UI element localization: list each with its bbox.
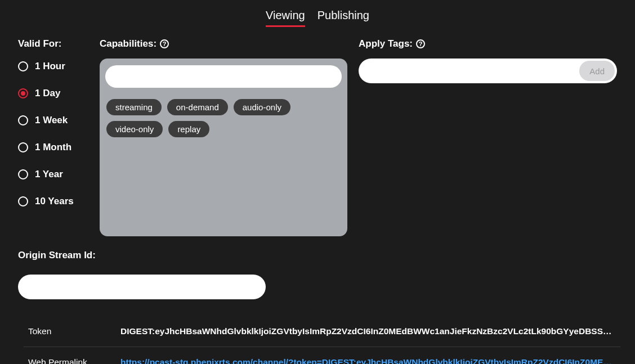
valid-for-label: Valid For: — [18, 38, 88, 50]
radio-valid-for[interactable]: 1 Month — [18, 142, 88, 153]
radio-icon — [18, 88, 28, 98]
origin-stream-label: Origin Stream Id: — [18, 250, 617, 261]
radio-label: 1 Hour — [35, 61, 65, 72]
capability-chip[interactable]: streaming — [106, 99, 162, 115]
help-icon[interactable]: ? — [160, 39, 169, 48]
capabilities-box: streamingon-demandaudio-onlyvideo-onlyre… — [100, 59, 347, 236]
capability-chip[interactable]: audio-only — [234, 99, 290, 115]
radio-icon — [18, 142, 28, 152]
radio-valid-for[interactable]: 1 Year — [18, 169, 88, 180]
table-row: Token DIGEST:eyJhcHBsaWNhdGlvbklkIjoiZGV… — [24, 316, 620, 347]
tab-viewing[interactable]: Viewing — [266, 9, 305, 27]
capabilities-label: Capabilities: ? — [100, 38, 347, 50]
radio-label: 10 Years — [35, 196, 74, 207]
capability-chip[interactable]: on-demand — [167, 99, 228, 115]
apply-tags-input[interactable] — [361, 66, 579, 76]
add-button[interactable]: Add — [579, 61, 615, 81]
permalink-label: Web Permalink — [24, 347, 116, 365]
radio-label: 1 Year — [35, 169, 63, 180]
capability-chip[interactable]: video-only — [106, 121, 163, 137]
radio-valid-for[interactable]: 1 Hour — [18, 61, 88, 72]
radio-icon — [18, 61, 28, 71]
capabilities-input[interactable] — [105, 65, 342, 88]
radio-valid-for[interactable]: 1 Day — [18, 88, 88, 99]
token-label: Token — [24, 316, 116, 347]
radio-valid-for[interactable]: 10 Years — [18, 196, 88, 207]
radio-label: 1 Day — [35, 88, 60, 99]
tab-publishing[interactable]: Publishing — [318, 9, 369, 27]
capability-chip[interactable]: replay — [168, 121, 209, 137]
help-icon[interactable]: ? — [416, 39, 425, 48]
apply-tags-label: Apply Tags: ? — [359, 38, 617, 50]
radio-label: 1 Week — [35, 115, 68, 126]
radio-label: 1 Month — [35, 142, 71, 153]
token-value: DIGEST:eyJhcHBsaWNhdGlvbklkIjoiZGVtbyIsI… — [116, 316, 620, 347]
radio-icon — [18, 115, 28, 125]
tabs-bar: Viewing Publishing — [7, 0, 628, 27]
apply-tags-row: Add — [359, 59, 617, 83]
origin-stream-input[interactable] — [18, 275, 266, 299]
permalink-value[interactable]: https://pcast-stg.phenixrts.com/channel/… — [116, 347, 620, 365]
radio-icon — [18, 196, 28, 206]
table-row: Web Permalink https://pcast-stg.phenixrt… — [24, 347, 620, 365]
radio-valid-for[interactable]: 1 Week — [18, 115, 88, 126]
radio-icon — [18, 169, 28, 179]
